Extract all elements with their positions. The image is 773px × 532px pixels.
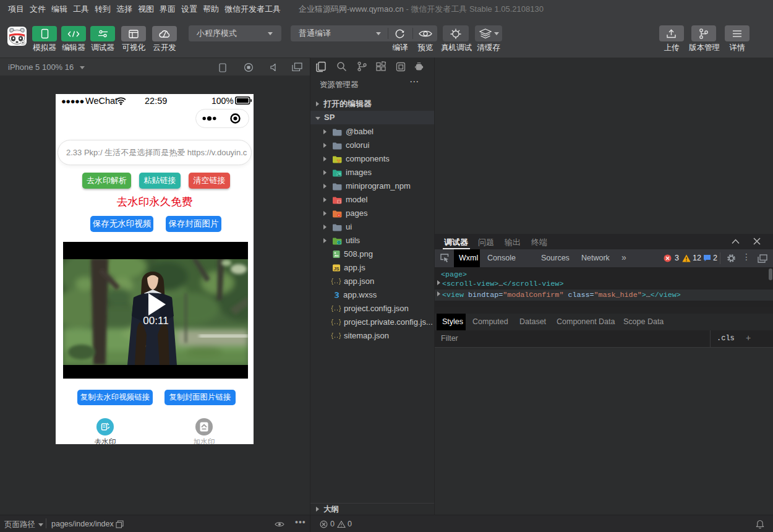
svg-text:00:11: 00:11: [143, 315, 168, 327]
svg-text:JS: JS: [333, 266, 339, 272]
